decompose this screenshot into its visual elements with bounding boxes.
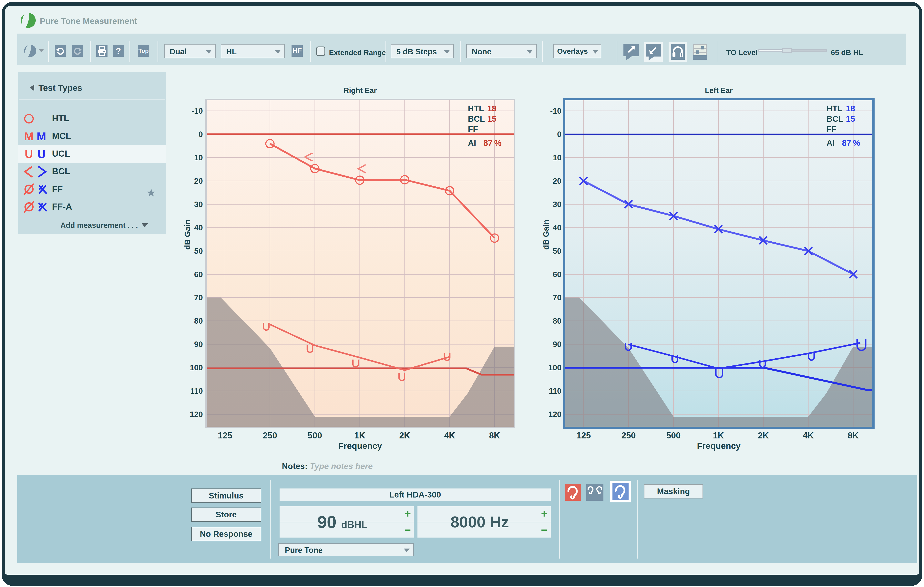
svg-text:BCL: BCL — [827, 114, 843, 124]
svg-text:AI: AI — [827, 138, 835, 147]
svg-text:90: 90 — [194, 340, 203, 349]
svg-text:40: 40 — [194, 223, 203, 232]
svg-text:15: 15 — [487, 114, 497, 124]
svg-text:50: 50 — [194, 247, 203, 255]
svg-text:4K: 4K — [803, 431, 814, 440]
svg-text:18: 18 — [846, 104, 855, 113]
svg-text:Right Ear: Right Ear — [344, 86, 377, 94]
svg-text:1K: 1K — [713, 431, 724, 440]
svg-text:87 %: 87 % — [483, 138, 502, 147]
svg-text:HTL: HTL — [827, 104, 843, 113]
svg-text:2K: 2K — [399, 431, 410, 440]
svg-text:20: 20 — [553, 177, 562, 185]
svg-text:8K: 8K — [489, 431, 500, 440]
svg-text:8K: 8K — [848, 431, 859, 440]
svg-text:70: 70 — [553, 293, 562, 302]
svg-text:15: 15 — [846, 114, 855, 124]
svg-text:125: 125 — [576, 431, 591, 440]
svg-text:110: 110 — [549, 387, 561, 395]
svg-text:20: 20 — [194, 177, 203, 185]
svg-text:4K: 4K — [444, 431, 455, 440]
svg-text:Frequency: Frequency — [338, 441, 382, 451]
svg-text:Frequency: Frequency — [697, 441, 741, 451]
svg-text:HTL: HTL — [468, 104, 484, 113]
svg-text:30: 30 — [194, 200, 203, 208]
svg-text:90: 90 — [553, 340, 562, 349]
svg-text:40: 40 — [553, 223, 562, 232]
svg-text:70: 70 — [194, 293, 203, 302]
svg-text:500: 500 — [666, 431, 681, 440]
svg-text:FF: FF — [827, 125, 837, 134]
svg-text:120: 120 — [190, 410, 203, 418]
svg-text:250: 250 — [621, 431, 635, 440]
svg-text:250: 250 — [263, 431, 277, 440]
svg-text:-10: -10 — [191, 107, 203, 115]
svg-text:50: 50 — [553, 247, 562, 255]
svg-text:87 %: 87 % — [842, 138, 860, 147]
svg-text:1K: 1K — [354, 431, 365, 440]
svg-text:80: 80 — [553, 317, 562, 325]
svg-text:dB Gain: dB Gain — [542, 220, 550, 250]
svg-text:120: 120 — [548, 410, 561, 418]
svg-text:80: 80 — [194, 317, 203, 325]
svg-text:100: 100 — [548, 363, 561, 372]
svg-text:60: 60 — [194, 270, 203, 279]
svg-text:10: 10 — [194, 153, 203, 162]
svg-text:10: 10 — [553, 153, 562, 162]
svg-text:18: 18 — [487, 104, 497, 113]
svg-text:0: 0 — [557, 130, 561, 139]
svg-text:100: 100 — [190, 363, 203, 372]
svg-text:-10: -10 — [550, 107, 561, 115]
svg-text:110: 110 — [190, 387, 203, 395]
svg-text:FF: FF — [468, 125, 478, 134]
svg-text:BCL: BCL — [468, 114, 485, 124]
svg-text:dB Gain: dB Gain — [183, 220, 191, 250]
svg-text:500: 500 — [308, 431, 322, 440]
svg-text:30: 30 — [553, 200, 562, 208]
svg-text:125: 125 — [218, 431, 232, 440]
svg-text:Left Ear: Left Ear — [705, 86, 733, 94]
svg-text:0: 0 — [198, 130, 203, 139]
svg-text:60: 60 — [553, 270, 562, 279]
svg-text:AI: AI — [468, 138, 476, 147]
svg-text:2K: 2K — [758, 431, 769, 440]
